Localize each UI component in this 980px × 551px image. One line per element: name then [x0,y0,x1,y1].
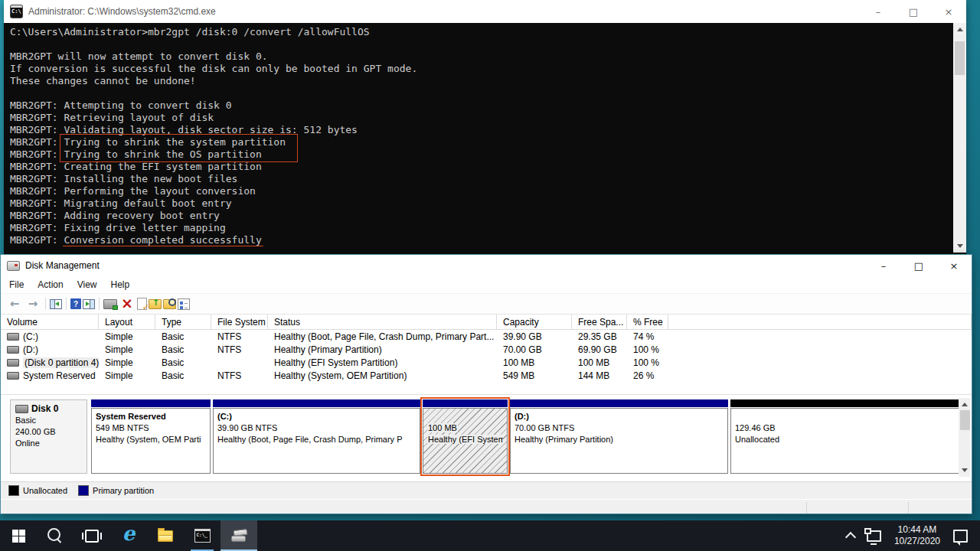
properties-icon[interactable] [137,298,147,310]
menu-action[interactable]: Action [31,277,70,292]
scroll-up-icon[interactable] [959,399,970,410]
file-explorer-button[interactable] [147,520,184,551]
legend-swatch [78,485,89,496]
delete-volume-icon[interactable] [119,296,136,311]
scrollbar-thumb[interactable] [955,41,965,75]
column-header[interactable]: Capacity [497,315,572,329]
partition-size: 70.00 GB NTFS [514,422,724,434]
column-header[interactable]: Volume [1,315,99,329]
scrollbar-thumb[interactable] [960,410,970,430]
minimize-button[interactable]: – [861,0,896,23]
menu-view[interactable]: View [70,277,104,292]
partition-bar [730,399,960,407]
table-row[interactable]: (Disk 0 partition 4)SimpleBasicHealthy (… [1,356,972,369]
column-header[interactable]: Layout [99,315,155,329]
column-header[interactable] [668,315,972,329]
search-icon [47,528,60,541]
action-center-button[interactable] [947,520,974,551]
table-row[interactable]: (C:)SimpleBasicNTFSHealthy (Boot, Page F… [1,330,972,343]
clock-date: 10/27/2020 [894,536,940,547]
disk-type: Basic [15,415,82,426]
maximize-button[interactable]: □ [901,255,936,276]
cell-pct_free: 100 % [627,357,668,368]
cmd-window: Administrator: C:\Windows\system32\cmd.e… [4,0,966,254]
cell-file_system: NTFS [211,331,268,342]
network-tray-button[interactable] [861,520,887,551]
scroll-down-icon[interactable] [959,465,970,476]
command-prompt-button[interactable] [184,520,220,551]
explore-folder-icon[interactable] [163,299,176,309]
cell-layout: Simple [99,331,155,342]
disk0-panel[interactable]: Disk 0 Basic 240.00 GB Online [10,399,87,474]
disk-management-button[interactable] [220,520,257,551]
partition-name [735,411,956,422]
maximize-button[interactable]: □ [896,0,931,23]
scroll-down-icon[interactable] [953,240,966,252]
cell-file_system: NTFS [211,344,268,355]
table-row[interactable]: System ReservedSimpleBasicNTFSHealthy (S… [1,369,972,382]
disk-management-icon [231,530,247,542]
console-line: These changes cannot be undone! [10,75,966,87]
partition-body: (C:)39.90 GB NTFSHealthy (Boot, Page Fil… [213,408,420,474]
popup-view-icon[interactable] [103,299,117,309]
desktop: Administrator: C:\Windows\system32\cmd.e… [0,0,980,551]
console-line: MBR2GPT: Conversion completed successful… [10,234,966,246]
toolbar-separator [66,298,67,310]
graph-scrollbar[interactable] [959,398,970,477]
network-icon [867,530,881,542]
disk-management-titlebar[interactable]: Disk Management –□× [1,255,972,276]
menu-file[interactable]: File [2,277,31,292]
minimize-button[interactable]: – [866,255,901,276]
taskbar-clock[interactable]: 10:44 AM 10/27/2020 [887,524,947,547]
help-icon[interactable] [70,298,81,309]
checklist-icon[interactable] [178,298,190,310]
console-line: If conversion is successful the disk can… [10,63,966,75]
action-center-icon [953,530,968,543]
scroll-up-icon[interactable] [953,24,966,35]
tray-chevron-button[interactable] [841,520,861,551]
cell-capacity: 39.90 GB [497,331,572,342]
task-view-button[interactable] [74,520,110,551]
close-button[interactable]: × [936,255,972,276]
column-header[interactable]: Free Spa... [572,315,627,329]
column-header[interactable]: % Free [627,315,668,329]
console-tree-icon[interactable] [50,299,62,309]
clock-time: 10:44 AM [894,524,940,536]
toolbar-separator [45,298,46,310]
cell-free_space: 29.35 GB [572,331,627,342]
cmd-window-controls: –□× [861,0,966,23]
console-scrollbar[interactable] [953,23,966,253]
volume-drive-icon [7,359,19,367]
cell-status: Healthy (Boot, Page File, Crash Dump, Pr… [268,331,497,342]
internet-explorer-button[interactable] [110,520,147,551]
menu-help[interactable]: Help [104,277,137,292]
action-pane-icon[interactable] [83,299,95,309]
partition-strip: System Reserved549 MB NTFSHealthy (Syste… [91,399,962,474]
open-folder-icon[interactable] [149,299,162,309]
column-header[interactable]: File System [211,315,268,329]
forward-arrow-icon[interactable] [24,296,41,311]
console-line: MBR2GPT: Creating the EFI system partiti… [10,161,966,173]
partition-system-reserved[interactable]: System Reserved549 MB NTFSHealthy (Syste… [91,399,211,474]
partition-d[interactable]: (D:)70.00 GB NTFSHealthy (Primary Partit… [510,399,728,474]
start-icon [12,530,25,543]
cell-pct_free: 100 % [627,344,668,355]
disk-name: Disk 0 [31,403,58,415]
close-button[interactable]: × [931,0,966,23]
console-output: C:\Users\Administrator>mbr2gpt /disk:0 /… [4,23,966,254]
disk-capacity: 240.00 GB [15,426,82,438]
partition-healthy-efi-system[interactable]: 100 MBHealthy (EFI System [423,399,508,474]
volume-list: VolumeLayoutTypeFile SystemStatusCapacit… [1,315,972,394]
cmd-titlebar[interactable]: Administrator: C:\Windows\system32\cmd.e… [4,0,966,23]
start-button[interactable] [0,520,37,551]
cell-layout: Simple [99,357,155,368]
column-header[interactable]: Type [155,315,211,329]
column-header[interactable]: Status [268,315,497,329]
cell-file_system: NTFS [211,370,268,381]
partition-body: 129.46 GBUnallocated [730,408,960,474]
partition-unallocated[interactable]: 129.46 GBUnallocated [730,399,960,474]
back-arrow-icon[interactable] [6,296,23,311]
search-button[interactable] [37,520,74,551]
table-row[interactable]: (D:)SimpleBasicNTFSHealthy (Primary Part… [1,343,972,356]
partition-c[interactable]: (C:)39.90 GB NTFSHealthy (Boot, Page Fil… [213,399,420,474]
